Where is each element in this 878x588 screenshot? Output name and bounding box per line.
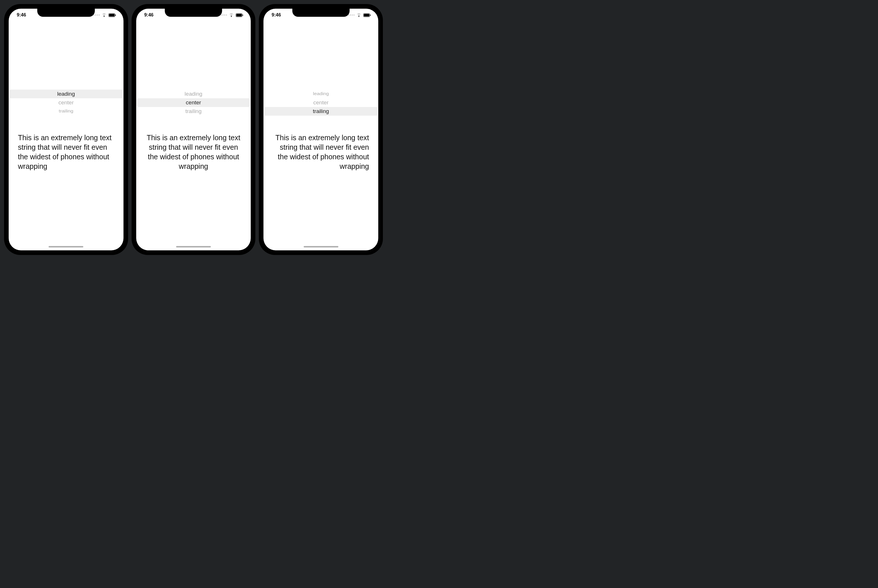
screenshot-row: 9:46 leading center tra xyxy=(0,0,387,259)
picker-option-leading[interactable]: leading xyxy=(137,90,251,98)
status-right xyxy=(221,13,244,17)
notch xyxy=(37,9,95,17)
cellular-dots-icon xyxy=(93,15,100,16)
iphone-mock-trailing: 9:46 leading center tra xyxy=(259,4,383,255)
alignment-picker[interactable]: leading center trailing xyxy=(264,90,378,116)
status-right xyxy=(348,13,371,17)
picker-option-trailing[interactable]: trailing xyxy=(264,107,378,116)
alignment-picker[interactable]: leading center trailing xyxy=(9,90,123,116)
home-indicator[interactable] xyxy=(176,246,211,248)
picker-option-center[interactable]: center xyxy=(264,98,378,107)
content: leading center trailing This is an extre… xyxy=(263,21,378,250)
home-indicator[interactable] xyxy=(49,246,83,248)
svg-rect-2 xyxy=(115,15,116,16)
wifi-icon xyxy=(102,13,107,17)
svg-rect-5 xyxy=(243,15,243,16)
sample-text: This is an extremely long text string th… xyxy=(264,133,378,171)
content: leading center trailing This is an extre… xyxy=(136,21,251,250)
svg-rect-7 xyxy=(364,14,369,16)
battery-icon xyxy=(236,13,243,17)
sample-text: This is an extremely long text string th… xyxy=(137,133,251,171)
wifi-icon xyxy=(229,13,234,17)
svg-rect-4 xyxy=(236,14,242,16)
wifi-icon xyxy=(356,13,362,17)
battery-icon xyxy=(108,13,116,17)
picker-option-trailing[interactable]: trailing xyxy=(9,108,123,115)
picker-option-trailing[interactable]: trailing xyxy=(137,107,251,116)
sample-text: This is an extremely long text string th… xyxy=(9,133,123,171)
status-time: 9:46 xyxy=(270,12,281,18)
picker-option-center[interactable]: center xyxy=(9,98,123,107)
screen: 9:46 leading center tra xyxy=(263,9,378,250)
cellular-dots-icon xyxy=(221,15,227,16)
status-time: 9:46 xyxy=(143,12,153,18)
alignment-picker[interactable]: leading center trailing xyxy=(137,90,251,116)
svg-rect-8 xyxy=(370,15,371,16)
cellular-dots-icon xyxy=(348,15,354,16)
iphone-mock-center: 9:46 leading center tra xyxy=(132,4,256,255)
screen: 9:46 leading center tra xyxy=(9,9,123,250)
picker-option-leading[interactable]: leading xyxy=(9,90,123,98)
battery-icon xyxy=(363,13,371,17)
content: leading center trailing This is an extre… xyxy=(9,21,123,250)
status-right xyxy=(93,13,117,17)
picker-option-leading[interactable]: leading xyxy=(264,90,378,98)
status-time: 9:46 xyxy=(16,12,26,18)
svg-rect-1 xyxy=(109,14,114,16)
screen: 9:46 leading center tra xyxy=(136,9,251,250)
notch xyxy=(165,9,222,17)
iphone-mock-leading: 9:46 leading center tra xyxy=(4,4,128,255)
picker-option-center[interactable]: center xyxy=(137,98,251,107)
home-indicator[interactable] xyxy=(304,246,338,248)
notch xyxy=(293,9,350,17)
